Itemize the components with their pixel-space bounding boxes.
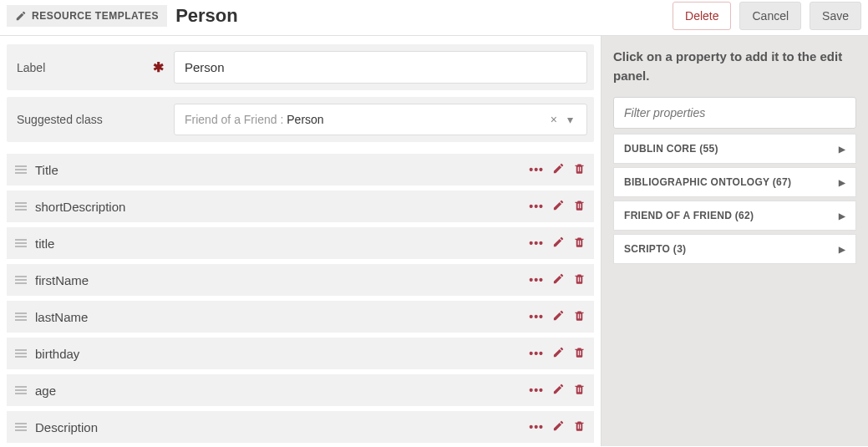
filter-properties-input[interactable] xyxy=(613,97,856,129)
vocab-item[interactable]: BIBLIOGRAPHIC ONTOLOGY (67) ▶ xyxy=(613,167,856,197)
save-button[interactable]: Save xyxy=(810,2,861,30)
more-icon[interactable]: ••• xyxy=(529,384,544,397)
edit-panel: Label ✱ Suggested class Friend of a Frie… xyxy=(0,36,601,446)
property-label: age xyxy=(35,384,520,398)
chevron-right-icon: ▶ xyxy=(839,145,845,154)
property-row: title ••• xyxy=(7,227,594,259)
property-actions: ••• xyxy=(529,346,586,361)
vocab-item[interactable]: FRIEND OF A FRIEND (62) ▶ xyxy=(613,201,856,231)
drag-handle-icon[interactable] xyxy=(15,386,27,394)
property-label: Title xyxy=(35,163,520,177)
drag-handle-icon[interactable] xyxy=(15,423,27,431)
label-input[interactable] xyxy=(174,51,587,84)
breadcrumb-label: RESOURCE TEMPLATES xyxy=(32,10,159,22)
label-field-label: Label ✱ xyxy=(7,48,174,87)
edit-icon[interactable] xyxy=(552,346,565,361)
more-icon[interactable]: ••• xyxy=(529,163,544,176)
property-label: firstName xyxy=(35,273,520,287)
chevron-right-icon: ▶ xyxy=(839,211,845,221)
property-label: title xyxy=(35,236,520,251)
vocab-label: DUBLIN CORE (55) xyxy=(624,143,718,155)
property-label: shortDescription xyxy=(35,200,520,214)
vocab-label: FRIEND OF A FRIEND (62) xyxy=(624,210,754,221)
edit-icon[interactable] xyxy=(552,236,565,251)
vocab-label: SCRIPTO (3) xyxy=(624,243,686,255)
vocab-list: DUBLIN CORE (55) ▶ BIBLIOGRAPHIC ONTOLOG… xyxy=(613,134,856,264)
property-label: birthday xyxy=(35,347,520,361)
property-row: Title ••• xyxy=(7,154,594,185)
chevron-right-icon: ▶ xyxy=(839,245,845,254)
vocab-item[interactable]: DUBLIN CORE (55) ▶ xyxy=(613,134,856,164)
page-header: RESOURCE TEMPLATES Person Delete Cancel … xyxy=(0,0,868,36)
breadcrumb[interactable]: RESOURCE TEMPLATES xyxy=(7,5,167,27)
chevron-right-icon: ▶ xyxy=(839,178,845,187)
drag-handle-icon[interactable] xyxy=(15,276,27,284)
more-icon[interactable]: ••• xyxy=(529,200,544,213)
more-icon[interactable]: ••• xyxy=(529,420,544,434)
property-selector-panel: Click on a property to add it to the edi… xyxy=(601,36,868,446)
vocab-label: BIBLIOGRAPHIC ONTOLOGY (67) xyxy=(624,176,791,188)
cancel-button[interactable]: Cancel xyxy=(739,2,801,30)
more-icon[interactable]: ••• xyxy=(529,236,544,250)
drag-handle-icon[interactable] xyxy=(15,349,27,358)
sidebar-hint: Click on a property to add it to the edi… xyxy=(613,48,856,85)
property-actions: ••• xyxy=(529,162,586,177)
drag-handle-icon[interactable] xyxy=(15,202,27,211)
trash-icon[interactable] xyxy=(573,419,586,434)
edit-icon xyxy=(15,10,27,22)
vocab-item[interactable]: SCRIPTO (3) ▶ xyxy=(613,234,856,264)
label-row: Label ✱ xyxy=(7,44,594,90)
property-row: shortDescription ••• xyxy=(7,190,594,222)
more-icon[interactable]: ••• xyxy=(529,347,544,360)
required-icon: ✱ xyxy=(153,59,164,75)
edit-icon[interactable] xyxy=(552,309,565,324)
delete-button[interactable]: Delete xyxy=(673,2,731,30)
trash-icon[interactable] xyxy=(573,272,586,287)
more-icon[interactable]: ••• xyxy=(529,310,544,323)
property-row: Description ••• xyxy=(7,411,594,443)
property-actions: ••• xyxy=(529,383,586,398)
edit-icon[interactable] xyxy=(552,199,565,214)
property-row: age ••• xyxy=(7,374,594,406)
suggested-class-label: Suggested class xyxy=(7,101,174,138)
property-actions: ••• xyxy=(529,199,586,214)
drag-handle-icon[interactable] xyxy=(15,165,27,174)
class-value: Person xyxy=(287,113,323,126)
property-actions: ••• xyxy=(529,419,586,434)
suggested-class-row: Suggested class Friend of a Friend : Per… xyxy=(7,97,594,142)
property-actions: ••• xyxy=(529,272,586,287)
suggested-class-select[interactable]: Friend of a Friend : Person × ▾ xyxy=(174,104,587,135)
more-icon[interactable]: ••• xyxy=(529,273,544,287)
property-row: lastName ••• xyxy=(7,301,594,333)
chevron-down-icon[interactable]: ▾ xyxy=(564,113,576,126)
trash-icon[interactable] xyxy=(573,383,586,398)
label-text: Label xyxy=(17,61,45,74)
edit-icon[interactable] xyxy=(552,162,565,177)
edit-icon[interactable] xyxy=(552,272,565,287)
page-title: Person xyxy=(175,5,664,27)
class-label-text: Suggested class xyxy=(17,113,103,126)
trash-icon[interactable] xyxy=(573,162,586,177)
property-label: Description xyxy=(35,420,520,434)
property-actions: ••• xyxy=(529,236,586,251)
property-row: firstName ••• xyxy=(7,264,594,296)
property-actions: ••• xyxy=(529,309,586,324)
trash-icon[interactable] xyxy=(573,309,586,324)
trash-icon[interactable] xyxy=(573,236,586,251)
trash-icon[interactable] xyxy=(573,346,586,361)
main-layout: Label ✱ Suggested class Friend of a Frie… xyxy=(0,36,868,446)
trash-icon[interactable] xyxy=(573,199,586,214)
drag-handle-icon[interactable] xyxy=(15,312,27,321)
property-row: birthday ••• xyxy=(7,338,594,369)
clear-class-icon[interactable]: × xyxy=(547,113,561,126)
property-list: Title ••• shortDescription ••• tit xyxy=(7,154,594,443)
property-label: lastName xyxy=(35,310,520,324)
drag-handle-icon[interactable] xyxy=(15,239,27,247)
class-prefix: Friend of a Friend : xyxy=(185,113,283,126)
edit-icon[interactable] xyxy=(552,419,565,434)
edit-icon[interactable] xyxy=(552,383,565,398)
